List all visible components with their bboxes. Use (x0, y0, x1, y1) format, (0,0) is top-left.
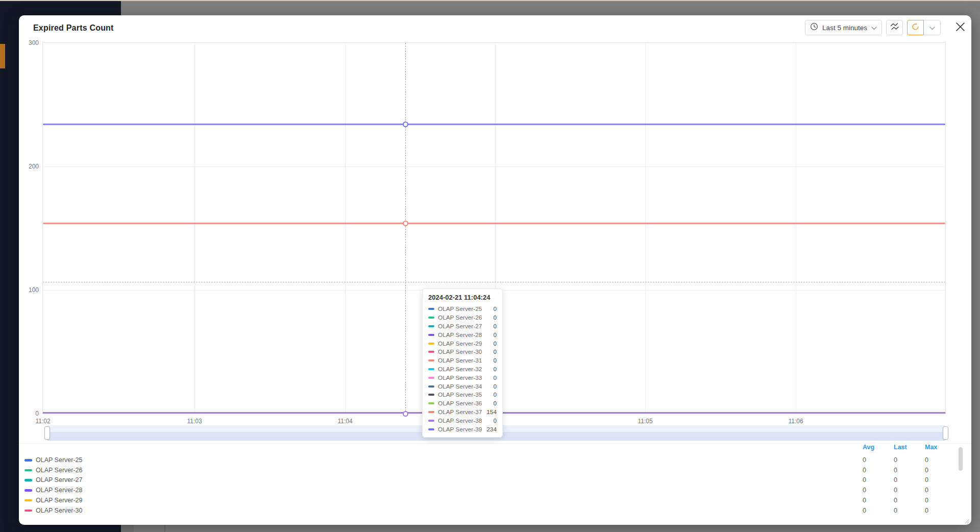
legend-row[interactable]: OLAP Server-30000 (19, 506, 971, 516)
series-line (43, 223, 945, 224)
tooltip-row: OLAP Server-37154 (428, 408, 497, 417)
tooltip-series-value: 0 (493, 357, 497, 364)
tooltip-series-name: OLAP Server-25 (438, 305, 493, 312)
tooltip-series-name: OLAP Server-34 (438, 383, 493, 390)
legend-max-value: 0 (925, 507, 951, 514)
gridline (43, 166, 945, 167)
series-color-swatch (428, 402, 434, 404)
series-color-swatch (428, 368, 434, 370)
legend-row[interactable]: OLAP Server-29000 (19, 496, 971, 505)
x-tick-label: 11:03 (179, 418, 210, 425)
tooltip-series-name: OLAP Server-26 (438, 314, 493, 321)
app-background: Expired Parts Count Last 5 minutes (0, 0, 980, 532)
tooltip-series-value: 0 (493, 383, 497, 390)
series-color-swatch (24, 499, 32, 502)
y-tick-label: 300 (19, 39, 39, 46)
tooltip-series-name: OLAP Server-38 (438, 417, 493, 424)
gridline (645, 43, 646, 414)
legend-max-value: 0 (925, 456, 951, 464)
tooltip-row: OLAP Server-290 (428, 339, 497, 348)
point-marker (403, 411, 408, 417)
x-tick-label: 11:05 (630, 418, 660, 425)
legend-max-value: 0 (925, 487, 951, 494)
legend-series-name: OLAP Server-26 (36, 467, 82, 474)
resize-grip-icon[interactable] (963, 517, 969, 523)
legend-header-last[interactable]: Last (894, 444, 920, 451)
brush-handle-left[interactable] (44, 426, 50, 440)
clock-icon (810, 22, 818, 33)
legend-series-name: OLAP Server-27 (36, 476, 82, 483)
tooltip-series-value: 0 (493, 348, 497, 355)
gridline (345, 43, 346, 414)
series-color-swatch (428, 411, 434, 413)
series-color-swatch (24, 469, 32, 472)
refresh-button[interactable] (907, 20, 924, 35)
tooltip-series-value: 0 (493, 366, 497, 373)
tooltip-series-name: OLAP Server-37 (438, 408, 486, 416)
tooltip-series-name: OLAP Server-28 (438, 331, 493, 338)
tooltip-series-name: OLAP Server-36 (438, 400, 493, 407)
series-color-swatch (428, 317, 434, 319)
legend-avg-value: 0 (863, 467, 889, 474)
tooltip-timestamp: 2024-02-21 11:04:24 (428, 294, 497, 301)
series-color-swatch (24, 510, 32, 512)
tooltip-row: OLAP Server-300 (428, 348, 497, 356)
x-tick-label: 11:04 (330, 418, 360, 425)
brush-handle-right[interactable] (943, 426, 948, 440)
trend-lines-toggle-button[interactable] (886, 20, 903, 35)
legend-row[interactable]: OLAP Server-26000 (19, 466, 971, 475)
chevron-down-icon (929, 23, 935, 32)
series-color-swatch (428, 428, 434, 430)
tooltip-series-value: 0 (493, 314, 497, 321)
legend-last-value: 0 (894, 487, 920, 494)
tooltip-series-value: 154 (486, 408, 497, 416)
active-nav-indicator (0, 44, 5, 68)
refresh-options-button[interactable] (923, 20, 941, 35)
series-color-swatch (428, 420, 434, 422)
chart-modal: Expired Parts Count Last 5 minutes (19, 15, 971, 525)
tooltip-series-value: 0 (493, 305, 497, 312)
y-tick-label: 200 (19, 163, 39, 170)
tooltip-series-value: 0 (493, 340, 497, 347)
legend-last-value: 0 (894, 507, 920, 514)
time-range-label: Last 5 minutes (822, 24, 867, 32)
legend-avg-value: 0 (863, 456, 889, 464)
legend-header-max[interactable]: Max (925, 444, 951, 451)
series-color-swatch (428, 377, 434, 379)
legend-row[interactable]: OLAP Server-28000 (19, 486, 971, 495)
legend-header-avg[interactable]: Avg (863, 444, 889, 451)
point-marker (403, 122, 408, 127)
tooltip-row: OLAP Server-350 (428, 391, 497, 399)
tooltip-row: OLAP Server-250 (428, 305, 497, 313)
legend-avg-value: 0 (863, 507, 889, 514)
series-color-swatch (428, 343, 434, 345)
tooltip-row: OLAP Server-280 (428, 330, 497, 339)
tooltip-series-name: OLAP Server-27 (438, 323, 493, 330)
legend-avg-value: 0 (863, 497, 889, 504)
tooltip-series-name: OLAP Server-39 (438, 426, 486, 433)
legend-scrollbar-thumb[interactable] (959, 447, 963, 471)
close-icon (955, 22, 965, 34)
tooltip-row: OLAP Server-270 (428, 322, 497, 331)
series-color-swatch (428, 334, 434, 336)
close-button[interactable] (953, 20, 967, 35)
tooltip-series-value: 0 (493, 331, 497, 338)
tooltip-row: OLAP Server-360 (428, 399, 497, 408)
legend-max-value: 0 (925, 467, 951, 474)
tooltip-series-name: OLAP Server-31 (438, 357, 493, 364)
series-color-swatch (428, 394, 434, 396)
series-line (43, 124, 945, 125)
legend-series-name: OLAP Server-25 (36, 456, 82, 464)
series-color-swatch (428, 308, 434, 310)
tooltip-series-name: OLAP Server-29 (438, 340, 493, 347)
tooltip-series-value: 0 (493, 417, 497, 424)
legend-max-value: 0 (925, 497, 951, 504)
tooltip-series-value: 0 (493, 391, 497, 398)
legend-row[interactable]: OLAP Server-25000 (19, 455, 971, 465)
legend-row[interactable]: OLAP Server-27000 (19, 475, 971, 485)
legend-divider (19, 443, 971, 444)
tooltip-row: OLAP Server-380 (428, 416, 497, 425)
tooltip-row: OLAP Server-260 (428, 313, 497, 322)
time-range-button[interactable]: Last 5 minutes (805, 20, 882, 35)
tooltip-rows: OLAP Server-250OLAP Server-260OLAP Serve… (428, 305, 497, 433)
